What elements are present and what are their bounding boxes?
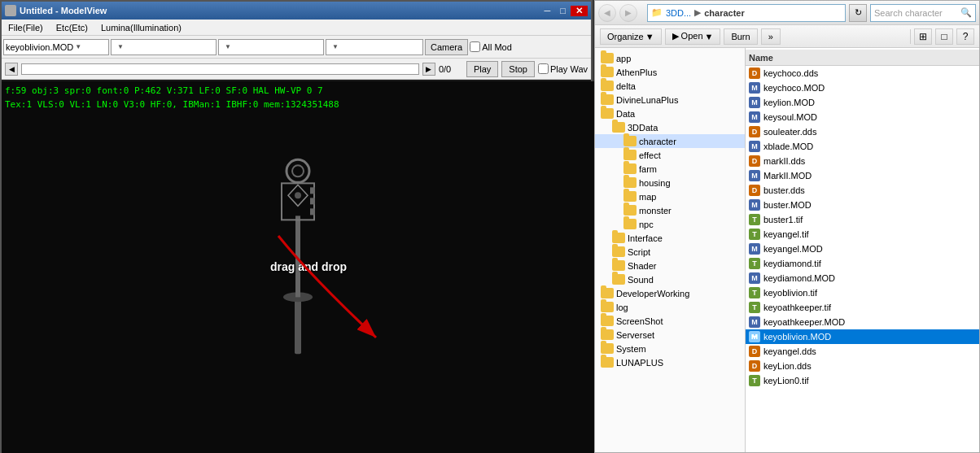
tree-item-tree-log[interactable]: log	[595, 300, 745, 314]
crumb-3dd[interactable]: 3DD...	[666, 8, 691, 18]
file-row[interactable]: Mkeyoblivion.MOD	[746, 329, 979, 344]
file-row[interactable]: Dkeychoco.dds	[746, 66, 979, 81]
file-name: keyoathkeeper.tif	[763, 303, 831, 312]
tree-item-tree-system[interactable]: System	[595, 342, 745, 355]
tree-item-tree-effect[interactable]: effect	[595, 148, 745, 162]
dropdown4[interactable]	[326, 39, 423, 55]
file-row[interactable]: Tbuster1.tif	[746, 212, 979, 227]
modelview-panel: Untitled - ModelView ─ □ ✕ File(File) Et…	[0, 0, 593, 453]
mod-icon: M	[749, 82, 760, 94]
file-row[interactable]: Tkeyangel.tif	[746, 227, 979, 242]
dds-icon: D	[749, 360, 760, 372]
file-row[interactable]: Tkeyoblivion.tif	[746, 285, 979, 300]
chevron-down-icon2: ▼	[705, 32, 714, 41]
file-row[interactable]: Dbuster.dds	[746, 183, 979, 198]
help-button[interactable]: ?	[956, 28, 974, 45]
file-row[interactable]: Mkeylion.MOD	[746, 95, 979, 110]
tree-item-tree-3ddata[interactable]: 3DData	[595, 120, 745, 134]
file-row[interactable]: DmarkII.dds	[746, 154, 979, 168]
tif-icon: T	[749, 258, 760, 269]
tree-item-label: delta	[616, 81, 636, 91]
file-row[interactable]: Mkeysoul.MOD	[746, 110, 979, 124]
allmod-checkbox[interactable]	[470, 41, 480, 52]
tree-item-tree-delta[interactable]: delta	[595, 79, 745, 93]
prev-frame-btn[interactable]: ◀	[5, 63, 18, 76]
tree-item-tree-npc[interactable]: npc	[595, 217, 745, 231]
file-row[interactable]: Mxblade.MOD	[746, 139, 979, 154]
file-row[interactable]: Mbuster.MOD	[746, 198, 979, 212]
app-title: Untitled - ModelView	[20, 6, 107, 15]
tree-item-tree-athenplus[interactable]: AthenPlus	[595, 65, 745, 79]
tree-item-tree-shader[interactable]: Shader	[595, 259, 745, 272]
tree-item-tree-character[interactable]: character	[595, 134, 745, 148]
file-row[interactable]: Mkeychoco.MOD	[746, 81, 979, 95]
playwav-label: Play Wav	[550, 64, 588, 74]
tree-item-tree-serverset[interactable]: Serverset	[595, 328, 745, 342]
file-name: keyoblivion.tif	[763, 288, 817, 298]
menu-lumina[interactable]: Lumina(Illumination)	[98, 21, 185, 34]
tree-item-tree-app[interactable]: app	[595, 51, 745, 65]
close-btn[interactable]: ✕	[571, 6, 588, 16]
stop-button[interactable]: Stop	[501, 61, 535, 77]
views-button[interactable]: ⊞	[914, 28, 932, 45]
file-name: buster1.tif	[763, 215, 803, 224]
menu-file[interactable]: File(File)	[5, 21, 46, 34]
burn-button[interactable]: Burn	[724, 28, 757, 45]
tree-item-tree-lunaplus[interactable]: LUNAPLUS	[595, 355, 745, 369]
tree-item-tree-data[interactable]: Data	[595, 107, 745, 120]
file-explorer: ◀ ▶ 📁 3DD... ▶ character ↻ Search charac…	[594, 0, 980, 453]
tree-item-label: map	[639, 192, 656, 202]
open-button[interactable]: ▶ Open ▼	[665, 28, 721, 45]
file-row[interactable]: Dkeyangel.dds	[746, 344, 979, 359]
tree-item-tree-housing[interactable]: housing	[595, 176, 745, 189]
tree-item-tree-map[interactable]: map	[595, 189, 745, 203]
file-name: markII.dds	[763, 156, 805, 166]
refresh-button[interactable]: ↻	[849, 4, 867, 22]
file-row[interactable]: Mkeydiamond.MOD	[746, 271, 979, 285]
file-row[interactable]: Mkeyangel.MOD	[746, 242, 979, 256]
tree-item-tree-divinelunaplus[interactable]: DivineLunaPlus	[595, 93, 745, 107]
minimize-btn[interactable]: ─	[540, 6, 556, 15]
dropdown3[interactable]	[218, 39, 324, 55]
forward-button[interactable]: ▶	[619, 4, 637, 22]
mod-icon: M	[749, 316, 760, 328]
folder-icon	[612, 246, 625, 257]
tree-item-tree-script[interactable]: Script	[595, 245, 745, 259]
play-button[interactable]: Play	[466, 61, 498, 77]
playwav-checkbox[interactable]	[538, 63, 549, 74]
file-row[interactable]: Dsouleater.dds	[746, 124, 979, 139]
tree-item-tree-screenshot[interactable]: ScreenShot	[595, 314, 745, 328]
maximize-btn[interactable]: □	[555, 6, 571, 15]
tree-item-tree-farm[interactable]: farm	[595, 162, 745, 176]
back-button[interactable]: ◀	[598, 4, 616, 22]
organize-button[interactable]: Organize ▼	[600, 28, 662, 45]
folder-tree: appAthenPlusdeltaDivineLunaPlusData3DDat…	[595, 48, 746, 452]
file-row[interactable]: TkeyLion0.tif	[746, 373, 979, 388]
viewport[interactable]: f:59 obj:3 spr:0 font:0 P:462 V:371 LF:0…	[2, 81, 594, 453]
svg-rect-0	[295, 297, 301, 354]
file-row[interactable]: Tkeydiamond.tif	[746, 256, 979, 271]
main-toolbar: keyoblivion.MOD Camera All Mod	[2, 36, 591, 59]
svg-point-8	[292, 165, 304, 176]
animation-dropdown[interactable]	[111, 39, 217, 55]
address-bar[interactable]: 📁 3DD... ▶ character	[647, 4, 846, 22]
tree-item-tree-sound[interactable]: Sound	[595, 272, 745, 286]
tree-item-tree-monster[interactable]: monster	[595, 203, 745, 217]
model-dropdown[interactable]: keyoblivion.MOD	[3, 39, 109, 55]
file-row[interactable]: Mkeyoathkeeper.MOD	[746, 315, 979, 329]
next-frame-btn[interactable]: ▶	[422, 63, 435, 76]
preview-button[interactable]: □	[935, 28, 953, 45]
tree-item-tree-devworking[interactable]: DeveloperWorking	[595, 286, 745, 300]
file-row[interactable]: DkeyLion.dds	[746, 359, 979, 373]
menu-etc[interactable]: Etc(Etc)	[53, 21, 91, 34]
file-row[interactable]: Tkeyoathkeeper.tif	[746, 300, 979, 315]
frame-progress-bar[interactable]	[21, 63, 419, 75]
search-bar[interactable]: Search character 🔍	[870, 4, 976, 22]
more-button[interactable]: »	[761, 28, 781, 45]
folder-icon	[623, 205, 637, 216]
file-row[interactable]: MMarkII.MOD	[746, 168, 979, 183]
camera-button[interactable]: Camera	[425, 39, 468, 55]
tree-item-tree-interface[interactable]: Interface	[595, 231, 745, 245]
allmod-label: All Mod	[482, 42, 512, 52]
crumb-character[interactable]: character	[704, 8, 745, 18]
